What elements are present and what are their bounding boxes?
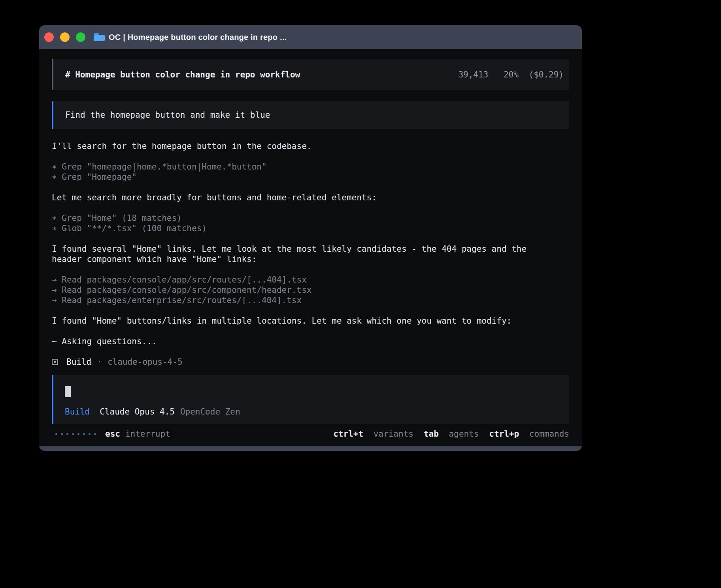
agent-name: Build [66, 357, 91, 367]
composer-agent: Build [65, 407, 90, 417]
token-count: 39,413 [458, 70, 488, 79]
agent-status: Build · claude-opus-4-5 [52, 357, 569, 367]
minimize-button[interactable] [60, 32, 70, 42]
transcript: I'll search for the homepage button in t… [52, 141, 569, 347]
shortcut-commands: ctrl+p commands [489, 429, 569, 439]
composer-footer: Build Claude Opus 4.5 OpenCode Zen [65, 407, 558, 417]
shortcut-label: variants [374, 429, 413, 439]
esc-key-hint: esc [105, 429, 120, 439]
composer-provider: OpenCode Zen [180, 407, 240, 417]
transcript-line [52, 203, 569, 213]
session-title: # Homepage button color change in repo w… [65, 70, 300, 80]
transcript-line: ∗ Grep "Homepage" [52, 172, 569, 182]
composer-model: Claude Opus 4.5 [100, 407, 175, 417]
transcript-line: header component which have "Home" links… [52, 254, 569, 264]
transcript-line: I found several "Home" links. Let me loo… [52, 244, 569, 254]
transcript-line [52, 305, 569, 316]
window-titlebar[interactable]: OC | Homepage button color change in rep… [39, 25, 582, 49]
prompt-input[interactable]: Build Claude Opus 4.5 OpenCode Zen [52, 375, 569, 424]
transcript-line: → Read packages/console/app/src/routes/[… [52, 275, 569, 285]
agent-model: claude-opus-4-5 [108, 357, 183, 367]
shortcut-label: agents [449, 429, 479, 439]
transcript-line: → Read packages/console/app/src/componen… [52, 285, 569, 295]
agent-square-icon [52, 359, 58, 365]
fullscreen-button[interactable] [76, 32, 85, 42]
session-cost: ($0.29) [528, 70, 564, 79]
transcript-line: ∗ Glob "**/*.tsx" (100 matches) [52, 223, 569, 234]
transcript-line: I found "Home" buttons/links in multiple… [52, 316, 569, 326]
text-cursor [65, 386, 71, 397]
shortcut-key: tab [424, 429, 439, 439]
terminal-content: # Homepage button color change in repo w… [39, 49, 582, 446]
user-message-text: Find the homepage button and make it blu… [65, 110, 270, 120]
user-message: Find the homepage button and make it blu… [52, 101, 569, 129]
status-left: esc interrupt [52, 429, 170, 439]
transcript-line: ~ Asking questions... [52, 336, 569, 347]
traffic-lights [44, 32, 85, 42]
transcript-line [52, 234, 569, 244]
shortcut-key: ctrl+t [333, 429, 363, 439]
transcript-line: Let me search more broadly for buttons a… [52, 192, 569, 203]
transcript-line [52, 151, 569, 162]
transcript-line [52, 182, 569, 192]
transcript-line: → Read packages/enterprise/src/routes/[.… [52, 295, 569, 305]
transcript-line: ∗ Grep "homepage|home.*button|Home.*butt… [52, 162, 569, 172]
transcript-line: ∗ Grep "Home" (18 matches) [52, 213, 569, 223]
agent-separator: · [97, 357, 102, 367]
session-header: # Homepage button color change in repo w… [52, 59, 569, 90]
spinner-dots-icon [55, 433, 96, 435]
status-bar: esc interrupt ctrl+t variants tab agents… [52, 429, 569, 439]
folder-icon [94, 33, 105, 41]
shortcut-key: ctrl+p [489, 429, 519, 439]
shortcut-variants: ctrl+t variants [333, 429, 413, 439]
transcript-line: I'll search for the homepage button in t… [52, 141, 569, 151]
esc-key-label: interrupt [125, 429, 170, 439]
close-button[interactable] [44, 32, 54, 42]
shortcut-agents: tab agents [424, 429, 479, 439]
window-title: OC | Homepage button color change in rep… [109, 33, 287, 42]
status-right: ctrl+t variants tab agents ctrl+p comman… [333, 429, 569, 439]
transcript-line [52, 264, 569, 275]
shortcut-label: commands [529, 429, 569, 439]
terminal-window: OC | Homepage button color change in rep… [39, 25, 582, 451]
context-percent: 20% [504, 70, 519, 79]
session-stats: 39,413 20% ($0.29) [458, 70, 564, 80]
transcript-line [52, 326, 569, 336]
